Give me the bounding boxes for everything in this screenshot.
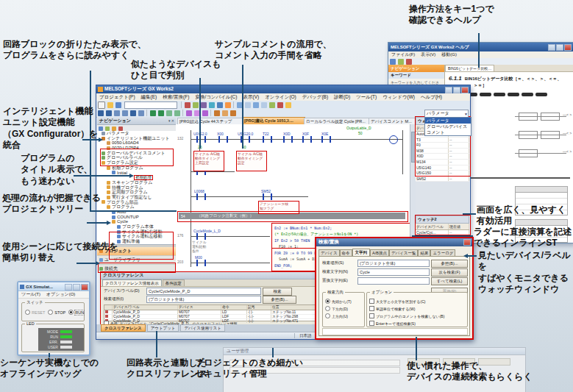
menu-online[interactable]: オンライン(O): [265, 94, 296, 101]
crossref-place-combobox[interactable]: (プロジェクト全体): [146, 296, 261, 303]
menu-help[interactable]: ヘルプ(H): [421, 94, 442, 101]
watch-row[interactable]: M38--: [416, 149, 469, 154]
minimize-icon[interactable]: [548, 44, 555, 51]
tree-item-parameter[interactable]: パラメータ: [97, 131, 176, 136]
contact[interactable]: [263, 136, 272, 143]
dock-tab-device-list[interactable]: デバイス使用リスト: [180, 324, 224, 332]
tree-item-fixed-scan-program[interactable]: 定周期プログラム: [97, 190, 176, 195]
tree-item-cycle-right[interactable]: サイクル運転右移動: [97, 229, 176, 235]
dock-tab-output[interactable]: アウトプット: [147, 324, 179, 332]
radio-down[interactable]: [325, 306, 330, 311]
watch-row[interactable]: Cycle/Cyc...--: [416, 230, 469, 235]
find-next-button[interactable]: 次を検索(F): [431, 268, 468, 277]
menu-tool[interactable]: ツール(T): [21, 291, 40, 298]
maximize-icon[interactable]: [73, 284, 80, 291]
help-title-bar[interactable]: MELSOFTシリーズ GX Works2 ヘルプ: [388, 43, 573, 51]
dialog-title-bar[interactable]: 検索/置換: [316, 238, 472, 246]
tree-item-unit-ld75p4[interactable]: 0070:LD75P4: [97, 146, 176, 151]
crossref-tab-info[interactable]: クロスリファレンス情報表示: [102, 279, 162, 286]
tree-item-program-body[interactable]: プログラム本体: [97, 224, 176, 229]
watch-row[interactable]: SM52--: [416, 177, 469, 182]
dropdown-option[interactable]: パラメータ: [425, 118, 471, 124]
tree-item-intelligent-unit[interactable]: インテリジェント機能ユニット: [97, 136, 176, 141]
browse-button[interactable]: 参照(B)...: [431, 260, 468, 268]
menu-compile[interactable]: 変換/コンパイル(C): [195, 94, 237, 101]
help-jump-buttons[interactable]: [466, 93, 547, 96]
crossref-device-combobox[interactable]: Cycle/CycleMode_P_D: [146, 288, 261, 295]
tree-item-no-exec-type[interactable]: 実行タイプ指定なし: [97, 195, 176, 200]
replace-string-combobox[interactable]: [357, 277, 430, 285]
contact[interactable]: [196, 260, 206, 266]
tree-item-scan-program[interactable]: スキャンプログラム: [97, 180, 176, 185]
tree-item-pou[interactable]: プログラム部品: [97, 200, 176, 205]
menu-project[interactable]: プロジェクト(P): [99, 94, 135, 101]
watch-row[interactable]: U5\G140--: [416, 165, 469, 171]
tree-item-countup[interactable]: COUNTUP: [97, 215, 176, 220]
contact[interactable]: [196, 136, 206, 143]
crossref-search-button[interactable]: 検索: [263, 288, 292, 296]
tab-instruction[interactable]: 命令: [340, 249, 352, 256]
radio-stop[interactable]: [48, 310, 53, 315]
tree-item-standby-program[interactable]: 待機プログラム: [97, 185, 176, 190]
contact[interactable]: [283, 136, 293, 143]
menu-view[interactable]: 表示(V): [421, 51, 435, 58]
watch-row[interactable]: X0D--: [416, 154, 469, 160]
find-all-button[interactable]: すべて検索(L): [431, 277, 468, 285]
main-window-buttons[interactable]: [444, 85, 469, 93]
main-title-bar[interactable]: MELSOFTシリーズ GX Works2: [96, 85, 470, 93]
contact[interactable]: [302, 136, 312, 143]
data-jump-dropdown[interactable]: パラメータ グローバルデバイスコメント: [424, 117, 471, 136]
contact[interactable]: [196, 233, 206, 240]
menu-option[interactable]: オプション(O): [46, 291, 75, 298]
tab-string-active[interactable]: 文字列: [352, 249, 371, 256]
close-icon[interactable]: [463, 239, 471, 246]
radio-from-top[interactable]: [325, 299, 330, 304]
find-place-combobox[interactable]: (プロジェクト全体): [357, 260, 430, 267]
watch1-rows[interactable]: AutoMode-- T3-- F0-- M38-- X0D-- M134-- …: [416, 132, 469, 182]
tree-item-cycle-left[interactable]: サイクル運転左移動: [97, 234, 176, 239]
crossref-browse-button[interactable]: 参照(B)...: [263, 296, 296, 304]
watch-row[interactable]: U5\G150--: [416, 171, 469, 177]
tree-item-global-label[interactable]: グローバルラベル: [97, 155, 176, 160]
contact[interactable]: [321, 136, 331, 143]
checkbox-skip-comment[interactable]: [369, 313, 374, 318]
project-tree[interactable]: パラメータ インテリジェント機能ユニット 0050:L60AD4 0070:LD…: [97, 131, 176, 244]
tree-item-program-folder[interactable]: プログラム: [97, 204, 176, 210]
tree-item-initial-program[interactable]: 初期プログラム: [97, 165, 176, 171]
tab-device-list[interactable]: デバイス一覧: [389, 249, 419, 256]
menu-find-replace[interactable]: 検索/置換(F): [163, 94, 189, 101]
find-string-combobox[interactable]: Cycle: [357, 268, 430, 276]
radio-reset[interactable]: [25, 310, 30, 315]
crossref-tab-condition[interactable]: 条件設定: [163, 279, 185, 286]
minimize-icon[interactable]: [65, 284, 72, 291]
close-icon[interactable]: [564, 44, 572, 51]
menu-tools[interactable]: ツール(T): [356, 94, 377, 101]
dock-tab-crossref[interactable]: クロスリファレンス: [101, 324, 146, 332]
help-window-buttons[interactable]: [547, 43, 572, 51]
watch-row[interactable]: T3--: [416, 138, 469, 143]
tab-ab-contact[interactable]: A/B接点: [370, 249, 389, 256]
coil[interactable]: [389, 135, 398, 144]
menu-file[interactable]: ファイル(F): [391, 51, 415, 58]
menu-go[interactable]: 移動(G): [441, 51, 457, 58]
help-doc-tab[interactable]: BIN16ビットデータ比較…: [445, 65, 494, 71]
contact[interactable]: [218, 136, 228, 143]
tree-item-program-setting[interactable]: プログラム設定: [97, 160, 176, 165]
menu-view[interactable]: 表示(V): [243, 94, 259, 101]
menu-debug[interactable]: デバッグ(B): [302, 94, 328, 101]
tab-result[interactable]: 結果: [418, 249, 430, 256]
pin-icon[interactable]: ▾ ✕: [168, 118, 174, 123]
contact[interactable]: [196, 193, 206, 200]
checkbox-enter-key[interactable]: [369, 321, 374, 326]
tab-device[interactable]: デバイス: [318, 249, 340, 256]
watch-row[interactable]: M134--: [416, 160, 469, 165]
close-icon[interactable]: [461, 87, 469, 93]
menu-diagnostics[interactable]: 診断(D): [334, 94, 350, 101]
checkbox-case[interactable]: [369, 299, 374, 304]
contact[interactable]: [263, 193, 272, 200]
maximize-icon[interactable]: [453, 87, 460, 93]
tab-error-log[interactable]: エラーログ: [430, 249, 455, 256]
close-icon[interactable]: [81, 284, 88, 291]
minimize-icon[interactable]: [445, 87, 452, 93]
menu-window[interactable]: ウィンドウ(W): [382, 94, 415, 101]
